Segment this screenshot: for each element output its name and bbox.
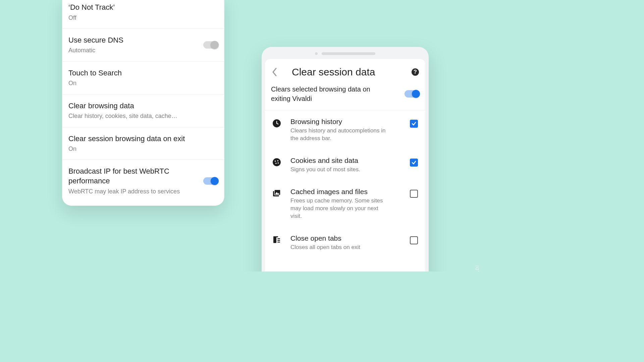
svg-point-7 xyxy=(278,162,279,163)
setting-row-touch-to-search[interactable]: Touch to Search On xyxy=(62,62,224,95)
image-icon xyxy=(271,188,282,198)
page-title: Clear session data xyxy=(292,66,405,78)
setting-row-clear-browsing-data[interactable]: Clear browsing data Clear history, cooki… xyxy=(62,95,224,127)
master-toggle-label: Clears selected browsing data on exiting… xyxy=(271,84,385,103)
option-title: Browsing history xyxy=(290,118,402,126)
cookie-icon xyxy=(271,157,282,167)
svg-text:?: ? xyxy=(414,69,417,75)
option-title: Cookies and site data xyxy=(290,157,402,165)
option-browsing-history[interactable]: Browsing history Clears history and auto… xyxy=(265,110,425,149)
svg-rect-12 xyxy=(277,238,280,239)
tabs-icon xyxy=(271,234,282,244)
option-close-tabs[interactable]: Close open tabs Closes all open tabs on … xyxy=(265,227,425,258)
row-sub: WebRTC may leak IP address to services xyxy=(68,187,199,195)
secure-dns-toggle[interactable] xyxy=(203,41,218,49)
row-sub: On xyxy=(68,79,218,87)
phone-mockup-right: Clear session data ? Clears selected bro… xyxy=(262,47,429,272)
option-cached[interactable]: Cached images and files Frees up cache m… xyxy=(265,180,425,227)
row-sub: On xyxy=(68,145,218,153)
option-sub: Frees up cache memory. Some sites may lo… xyxy=(290,197,391,220)
watermark-text: VIVALDI xyxy=(475,265,480,272)
setting-row-do-not-track[interactable]: ‘Do Not Track’ Off xyxy=(62,0,224,29)
svg-rect-10 xyxy=(273,237,276,243)
checkbox-close-tabs[interactable] xyxy=(410,236,418,244)
row-title: Clear session browsing data on exit xyxy=(68,134,218,144)
option-sub: Closes all open tabs on exit xyxy=(290,244,391,251)
checkbox-cached[interactable] xyxy=(410,190,418,198)
option-cookies[interactable]: Cookies and site data Signs you out of m… xyxy=(265,149,425,180)
setting-row-webrtc[interactable]: Broadcast IP for best WebRTC performance… xyxy=(62,160,224,205)
svg-point-6 xyxy=(275,163,276,164)
svg-rect-13 xyxy=(277,240,280,241)
svg-rect-14 xyxy=(277,242,280,243)
setting-row-secure-dns[interactable]: Use secure DNS Automatic xyxy=(62,29,224,62)
webrtc-toggle[interactable] xyxy=(203,177,218,185)
svg-rect-11 xyxy=(273,236,278,237)
option-title: Cached images and files xyxy=(290,188,402,196)
clock-icon xyxy=(271,118,282,128)
back-icon[interactable] xyxy=(271,68,278,76)
row-title: ‘Do Not Track’ xyxy=(68,3,218,12)
checkbox-cookies[interactable] xyxy=(410,159,418,167)
phone-speaker-bar xyxy=(265,50,425,57)
row-sub: Clear history, cookies, site data, cache… xyxy=(68,112,218,120)
setting-row-clear-session-on-exit[interactable]: Clear session browsing data on exit On xyxy=(62,127,224,160)
option-sub: Signs you out of most sites. xyxy=(290,166,391,174)
row-title: Use secure DNS xyxy=(68,36,199,45)
svg-point-5 xyxy=(277,160,278,161)
master-toggle-row[interactable]: Clears selected browsing data on exiting… xyxy=(265,83,425,110)
option-title: Close open tabs xyxy=(290,234,402,242)
row-sub: Off xyxy=(68,14,218,22)
clear-session-screen: Clear session data ? Clears selected bro… xyxy=(265,59,425,272)
master-toggle[interactable] xyxy=(405,90,419,98)
svg-point-4 xyxy=(275,161,276,162)
checkbox-browsing-history[interactable] xyxy=(410,120,418,128)
row-sub: Automatic xyxy=(68,46,199,54)
row-title: Clear browsing data xyxy=(68,101,218,111)
option-sub: Clears history and autocompletions in th… xyxy=(290,127,391,142)
settings-panel-left: ‘Do Not Track’ Off Use secure DNS Automa… xyxy=(62,0,224,206)
svg-point-3 xyxy=(273,158,281,166)
help-icon[interactable]: ? xyxy=(411,68,419,76)
row-title: Broadcast IP for best WebRTC performance xyxy=(68,167,199,186)
screen-header: Clear session data ? xyxy=(265,59,425,83)
row-title: Touch to Search xyxy=(68,68,218,78)
vivaldi-watermark: VIVALDI xyxy=(475,265,480,272)
